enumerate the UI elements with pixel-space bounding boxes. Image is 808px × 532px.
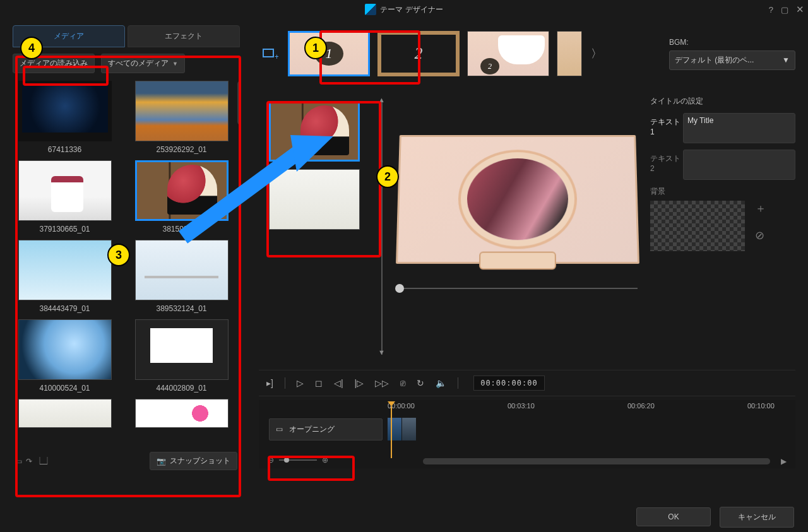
svg-text:+: + [275, 52, 278, 61]
segment-icon: ▭ [276, 425, 283, 434]
media-item[interactable]: 384443479_01 [13, 240, 117, 313]
clear-background-icon[interactable]: ⊘ [755, 228, 766, 242]
loop-icon[interactable]: ↻ [417, 378, 424, 388]
background-label: 背景 [650, 186, 795, 197]
arrow-icon: ↷ [26, 457, 32, 466]
chevron-down-icon: ▼ [172, 61, 178, 67]
scrollbar-vertical[interactable] [237, 81, 240, 125]
drag-arrow-icon [170, 130, 347, 256]
text1-input[interactable]: My Title [683, 113, 795, 143]
svg-rect-0 [263, 49, 273, 57]
caret-down-icon: ▼ [378, 348, 385, 356]
add-segment-button[interactable]: + [259, 37, 282, 71]
help-icon[interactable]: ? [769, 5, 773, 15]
preview-zoom-slider[interactable] [398, 288, 638, 289]
window-title: テーマ デザイナー [380, 4, 443, 15]
chevron-down-icon: ▼ [782, 56, 790, 64]
play-icon[interactable]: ▷ [297, 378, 304, 388]
cancel-button[interactable]: キャンセル [720, 507, 794, 528]
media-item[interactable]: 444002809_01 [129, 319, 234, 393]
stop-icon[interactable]: ◻ [315, 378, 323, 388]
segment-thumb[interactable]: 1 [288, 31, 370, 76]
media-item[interactable] [129, 399, 234, 428]
preview-frame [396, 135, 639, 264]
filmstrip-next-icon[interactable]: 〉 [588, 46, 605, 61]
zoom-slider[interactable] [279, 459, 317, 461]
callout-badge: 1 [304, 37, 327, 59]
ok-button[interactable]: OK [636, 507, 711, 526]
scrollbar-horizontal[interactable] [423, 458, 770, 464]
svg-line-2 [183, 149, 303, 237]
dialog-footer: OK キャンセル [0, 502, 808, 532]
text2-input[interactable] [683, 150, 795, 180]
tab-effects[interactable]: エフェクト [128, 25, 240, 47]
media-item[interactable]: 410000524_01 [13, 319, 117, 393]
timeline-ruler[interactable]: 00:00:00 00:03:10 00:06:20 00:10:00 [388, 400, 795, 414]
segment-thumb[interactable] [557, 31, 582, 76]
timeline-clip[interactable] [388, 418, 401, 440]
track-label-text: オープニング [289, 424, 335, 435]
caret-up-icon: ▲ [378, 96, 385, 103]
background-preview[interactable] [650, 201, 745, 251]
callout-badge: 3 [107, 244, 130, 266]
view-mode-toggle[interactable]: ▭ ↷ ⎿⏌ [15, 457, 51, 466]
text1-label: テキスト 1 [650, 113, 683, 143]
callout-badge: 2 [376, 165, 399, 188]
svg-marker-3 [290, 135, 333, 172]
zoom-in-icon[interactable]: ⊕ [322, 456, 328, 464]
slider-handle[interactable] [395, 284, 404, 293]
bgm-label: BGM: [669, 38, 795, 47]
callout-badge: 4 [20, 37, 43, 59]
bgm-dropdown[interactable]: デフォルト (最初のペ... ▼ [669, 50, 795, 70]
timeline-clip[interactable] [402, 418, 416, 440]
scroll-right-icon[interactable]: ▶ [781, 457, 787, 466]
vertical-slider[interactable] [381, 102, 383, 355]
media-item[interactable]: 67411336 [13, 81, 117, 154]
camera-icon[interactable]: ⎚ [400, 378, 405, 388]
track-header[interactable]: ▭ オープニング [269, 418, 383, 440]
camera-icon: 📷 [157, 457, 166, 466]
media-filter-dropdown[interactable]: すべてのメディア ▼ [101, 54, 185, 73]
media-item[interactable] [13, 399, 117, 428]
settings-heading: タイトルの設定 [650, 96, 795, 107]
maximize-icon[interactable]: ▢ [781, 5, 788, 15]
snapshot-button[interactable]: 📷 スナップショット [150, 452, 237, 470]
zoom-out-icon[interactable]: ⊖ [268, 456, 274, 464]
app-logo-icon [365, 4, 376, 15]
media-item[interactable]: 379130665_01 [13, 160, 117, 233]
preview-area [391, 96, 644, 367]
fast-forward-icon[interactable]: ▷▷ [375, 378, 389, 388]
segment-thumb[interactable]: 2 [377, 31, 460, 76]
crop-icon: ⎿⏌ [36, 457, 51, 466]
playback-bar: ▸] ▷ ◻ ◁| |▷ ▷▷ ⎚ ↻ 🔈 00:00:00:00 [259, 370, 795, 396]
timecode-display[interactable]: 00:00:00:00 [473, 375, 544, 391]
title-settings-panel: タイトルの設定 テキスト 1 My Title テキスト 2 背景 ＋ [644, 96, 795, 367]
film-icon: ▭ [15, 457, 22, 466]
titlebar: テーマ デザイナー ? ▢ ✕ [0, 0, 808, 19]
prev-frame-icon[interactable]: ◁| [334, 378, 343, 388]
playhead-icon[interactable] [388, 401, 395, 406]
add-background-icon[interactable]: ＋ [755, 201, 766, 216]
text2-label: テキスト 2 [650, 150, 683, 180]
volume-icon[interactable]: 🔈 [436, 378, 446, 388]
close-icon[interactable]: ✕ [796, 4, 804, 15]
next-frame-icon[interactable]: |▷ [355, 378, 364, 388]
segment-thumb[interactable] [467, 31, 549, 76]
timeline: 00:00:00 00:03:10 00:06:20 00:10:00 ▭ オー… [259, 400, 795, 468]
play-from-start-icon[interactable]: ▸] [266, 378, 273, 388]
